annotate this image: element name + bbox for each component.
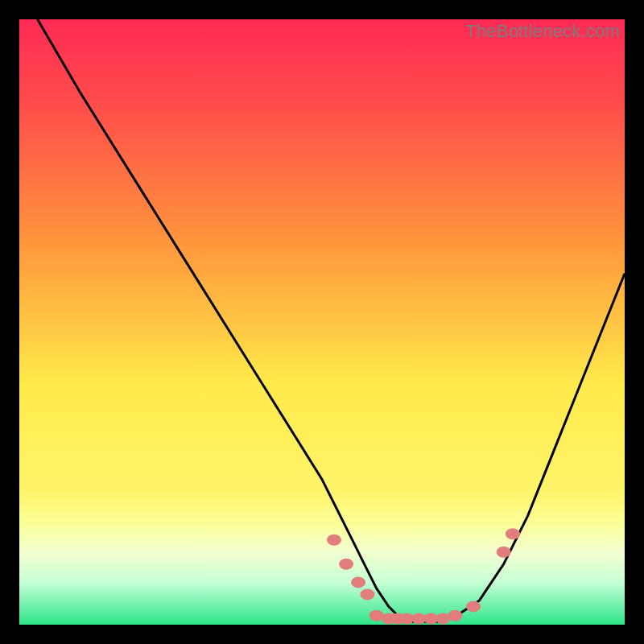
data-marker (466, 601, 481, 612)
chart-svg (19, 19, 625, 625)
watermark-text: TheBottleneck.com (465, 21, 620, 42)
data-marker (339, 559, 353, 570)
chart-frame: TheBottleneck.com (19, 19, 625, 625)
gradient-background (19, 19, 625, 625)
data-marker (506, 528, 520, 539)
data-marker (327, 535, 341, 546)
data-marker (497, 547, 511, 558)
data-marker (351, 576, 365, 588)
data-marker (360, 588, 374, 600)
data-marker (448, 610, 462, 621)
